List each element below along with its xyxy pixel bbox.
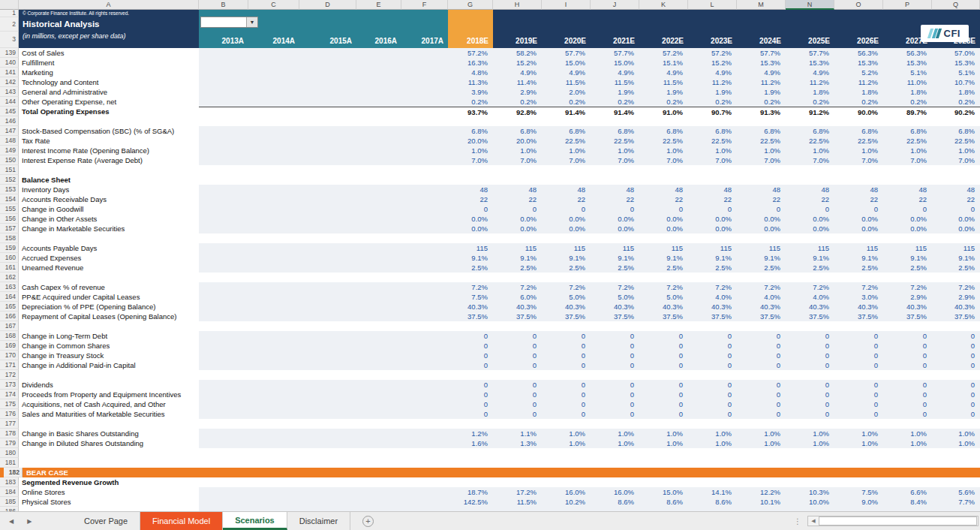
header-cell[interactable] xyxy=(356,10,401,17)
cell[interactable] xyxy=(542,116,591,126)
cell[interactable] xyxy=(883,273,932,282)
cell[interactable] xyxy=(493,116,542,126)
row-label[interactable]: Unearned Revenue xyxy=(19,263,199,273)
cell[interactable] xyxy=(932,233,980,243)
cell[interactable]: 2.9% xyxy=(883,292,932,302)
cell[interactable] xyxy=(688,175,737,185)
cell[interactable]: 9.1% xyxy=(932,253,980,263)
cell[interactable]: 0 xyxy=(448,341,493,351)
row-label[interactable]: Proceeds from Property and Equipment Inc… xyxy=(19,390,199,399)
historical-cells[interactable] xyxy=(199,282,448,292)
historical-cells[interactable] xyxy=(199,214,448,224)
cell[interactable]: 7.5% xyxy=(448,292,493,302)
cell[interactable] xyxy=(786,165,834,175)
cell[interactable]: 0 xyxy=(639,409,688,419)
year-header-2020e[interactable]: 2020E xyxy=(542,32,591,48)
cell[interactable]: 0 xyxy=(834,341,883,351)
cell[interactable]: 1.6% xyxy=(448,438,493,448)
column-letter-b[interactable]: B xyxy=(199,0,248,10)
cell[interactable]: 1.0% xyxy=(883,438,932,448)
row-number[interactable]: 163 xyxy=(0,282,19,292)
cell[interactable] xyxy=(639,321,688,331)
cell[interactable] xyxy=(786,233,834,243)
cell[interactable] xyxy=(932,448,980,458)
cell[interactable]: 22 xyxy=(737,194,786,204)
cell[interactable] xyxy=(542,175,591,185)
cell[interactable]: 7.0% xyxy=(448,155,493,165)
cell[interactable] xyxy=(883,458,932,468)
year-header-2015a[interactable]: 2015A xyxy=(299,32,356,48)
cell[interactable]: 48 xyxy=(688,185,737,194)
cell[interactable]: 48 xyxy=(883,185,932,194)
row-label[interactable]: Fulfillment xyxy=(19,58,199,68)
year-header-2019e[interactable]: 2019E xyxy=(493,32,542,48)
cell[interactable]: 15.2% xyxy=(493,58,542,68)
cell[interactable]: 0 xyxy=(932,341,980,351)
cell[interactable] xyxy=(786,116,834,126)
cell[interactable] xyxy=(883,448,932,458)
cell[interactable]: 0 xyxy=(591,204,639,214)
cell[interactable]: 9.1% xyxy=(639,253,688,263)
header-cell[interactable] xyxy=(448,10,493,17)
header-cell[interactable] xyxy=(448,17,493,32)
cell[interactable]: 5.1% xyxy=(932,68,980,77)
cell[interactable]: 0 xyxy=(737,331,786,341)
row-label[interactable]: Acquisitions, net of Cash Acquired, and … xyxy=(19,399,199,409)
row-label[interactable]: Change in Goodwill xyxy=(19,204,199,214)
cell[interactable]: 7.2% xyxy=(542,282,591,292)
cell[interactable]: 6.0% xyxy=(493,292,542,302)
cell[interactable] xyxy=(493,273,542,282)
header-cell[interactable] xyxy=(688,10,737,17)
cell[interactable]: 0.0% xyxy=(542,214,591,224)
cell[interactable]: 40.3% xyxy=(688,302,737,312)
cell[interactable]: 37.5% xyxy=(448,312,493,321)
cell[interactable] xyxy=(591,419,639,429)
cell[interactable]: 2.5% xyxy=(834,263,883,273)
column-letter-c[interactable]: C xyxy=(248,0,299,10)
cell[interactable] xyxy=(834,116,883,126)
historical-cells[interactable] xyxy=(199,107,448,116)
cell[interactable]: 0 xyxy=(883,341,932,351)
cell[interactable]: 22.5% xyxy=(883,136,932,146)
tab-scroll-right-icon[interactable]: ▶ xyxy=(27,518,32,525)
row-number[interactable]: 151 xyxy=(0,165,19,175)
cell[interactable]: 0 xyxy=(737,341,786,351)
cell[interactable]: 22.5% xyxy=(786,136,834,146)
cell[interactable]: 0 xyxy=(737,390,786,399)
cell[interactable]: 2.5% xyxy=(448,263,493,273)
row-number[interactable]: 146 xyxy=(0,116,19,126)
header-cell[interactable] xyxy=(542,10,591,17)
row-label[interactable]: Accounts Receivable Days xyxy=(19,194,199,204)
cell[interactable]: 3.9% xyxy=(448,87,493,97)
cell[interactable]: 0.2% xyxy=(591,97,639,107)
row-number[interactable]: 157 xyxy=(0,224,19,233)
year-header-2023e[interactable]: 2023E xyxy=(688,32,737,48)
cell[interactable] xyxy=(542,448,591,458)
row-number[interactable]: 161 xyxy=(0,263,19,273)
cell[interactable] xyxy=(493,370,542,380)
header-cell[interactable] xyxy=(299,17,356,32)
row-number[interactable]: 2 xyxy=(0,17,19,32)
cell[interactable]: 10.2% xyxy=(542,497,591,507)
cell[interactable]: 0.0% xyxy=(834,224,883,233)
cell[interactable]: 57.2% xyxy=(448,48,493,58)
cell[interactable]: 89.7% xyxy=(883,107,932,116)
cell[interactable]: 1.0% xyxy=(542,429,591,438)
cell[interactable]: 0 xyxy=(493,331,542,341)
cell[interactable] xyxy=(737,477,786,487)
row-label[interactable] xyxy=(19,116,199,126)
header-cell[interactable] xyxy=(834,17,883,32)
row-number[interactable]: 156 xyxy=(0,214,19,224)
cell[interactable]: 1.0% xyxy=(737,438,786,448)
cell[interactable]: 9.1% xyxy=(542,253,591,263)
row-number[interactable]: 172 xyxy=(0,370,19,380)
historical-cells[interactable] xyxy=(199,204,448,214)
cell[interactable] xyxy=(639,448,688,458)
tab-splitter-handle[interactable]: ⋮ xyxy=(794,517,801,525)
cell[interactable]: 0.0% xyxy=(786,214,834,224)
cell[interactable] xyxy=(493,233,542,243)
cell[interactable] xyxy=(639,419,688,429)
cell[interactable]: 1.0% xyxy=(591,438,639,448)
cell[interactable]: 11.0% xyxy=(883,77,932,87)
cell[interactable]: 0 xyxy=(786,360,834,370)
